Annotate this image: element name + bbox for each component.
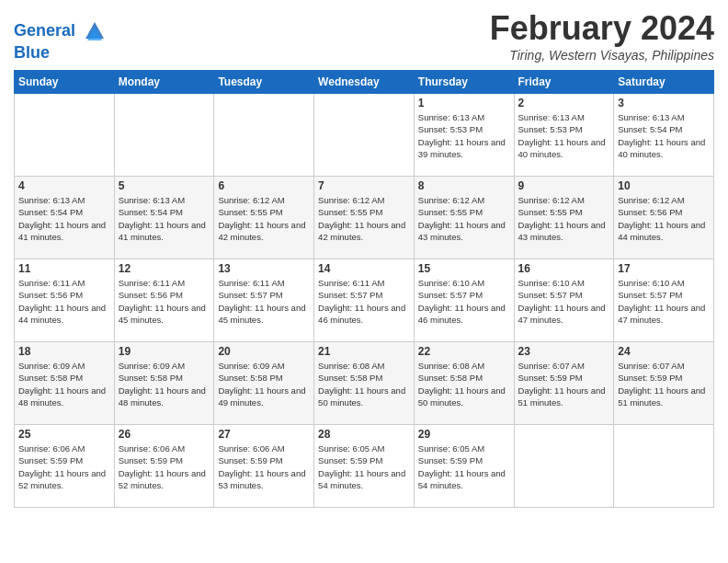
day-info: Sunrise: 6:07 AMSunset: 5:59 PMDaylight:… [518, 360, 610, 408]
day-info: Sunrise: 6:11 AMSunset: 5:56 PMDaylight:… [18, 277, 110, 326]
day-info: Sunrise: 6:05 AMSunset: 5:59 PMDaylight:… [318, 442, 410, 491]
day-info: Sunrise: 6:06 AMSunset: 5:59 PMDaylight:… [218, 442, 310, 491]
calendar-table: SundayMondayTuesdayWednesdayThursdayFrid… [14, 70, 714, 508]
calendar-cell: 27Sunrise: 6:06 AMSunset: 5:59 PMDayligh… [214, 425, 314, 508]
calendar-cell: 29Sunrise: 6:05 AMSunset: 5:59 PMDayligh… [414, 425, 514, 508]
calendar-cell: 24Sunrise: 6:07 AMSunset: 5:59 PMDayligh… [614, 342, 714, 425]
weekday-header-friday: Friday [514, 71, 614, 94]
day-number: 2 [518, 97, 610, 109]
calendar-cell: 14Sunrise: 6:11 AMSunset: 5:57 PMDayligh… [314, 259, 415, 342]
day-info: Sunrise: 6:13 AMSunset: 5:53 PMDaylight:… [518, 111, 610, 160]
day-info: Sunrise: 6:13 AMSunset: 5:53 PMDaylight:… [418, 111, 510, 160]
day-info: Sunrise: 6:11 AMSunset: 5:57 PMDaylight:… [218, 277, 310, 326]
calendar-cell: 4Sunrise: 6:13 AMSunset: 5:54 PMDaylight… [15, 177, 115, 259]
day-number: 18 [18, 345, 110, 358]
logo: General Blue [14, 18, 108, 63]
calendar-cell: 17Sunrise: 6:10 AMSunset: 5:57 PMDayligh… [614, 259, 714, 342]
calendar-cell: 19Sunrise: 6:09 AMSunset: 5:58 PMDayligh… [114, 342, 214, 425]
weekday-header-monday: Monday [114, 71, 214, 94]
day-number: 25 [18, 428, 110, 441]
day-info: Sunrise: 6:11 AMSunset: 5:57 PMDaylight:… [318, 277, 410, 326]
day-info: Sunrise: 6:09 AMSunset: 5:58 PMDaylight:… [18, 360, 110, 408]
day-number: 4 [18, 179, 110, 192]
week-row-3: 18Sunrise: 6:09 AMSunset: 5:58 PMDayligh… [15, 342, 714, 425]
weekday-header-sunday: Sunday [15, 71, 115, 94]
calendar-cell: 11Sunrise: 6:11 AMSunset: 5:56 PMDayligh… [15, 259, 115, 342]
calendar-cell: 26Sunrise: 6:06 AMSunset: 5:59 PMDayligh… [114, 425, 214, 508]
day-number: 17 [618, 262, 710, 275]
calendar-cell: 8Sunrise: 6:12 AMSunset: 5:55 PMDaylight… [414, 177, 514, 259]
day-number: 27 [218, 428, 310, 441]
day-info: Sunrise: 6:10 AMSunset: 5:57 PMDaylight:… [418, 277, 510, 326]
day-number: 6 [218, 179, 310, 192]
calendar-cell [15, 94, 115, 177]
weekday-header-tuesday: Tuesday [214, 71, 314, 94]
day-number: 3 [618, 97, 710, 109]
calendar-cell [214, 94, 314, 177]
weekday-header-saturday: Saturday [614, 71, 714, 94]
day-number: 14 [318, 262, 410, 275]
weekday-header-row: SundayMondayTuesdayWednesdayThursdayFrid… [15, 71, 714, 94]
day-number: 7 [318, 179, 410, 192]
calendar-cell [314, 94, 415, 177]
day-info: Sunrise: 6:09 AMSunset: 5:58 PMDaylight:… [218, 360, 310, 408]
day-number: 19 [119, 345, 210, 358]
day-number: 20 [218, 345, 310, 358]
day-number: 11 [18, 262, 110, 275]
day-number: 8 [418, 179, 510, 192]
day-info: Sunrise: 6:08 AMSunset: 5:58 PMDaylight:… [318, 360, 410, 408]
day-number: 26 [119, 428, 210, 441]
logo-line2: Blue [14, 44, 108, 63]
day-number: 16 [518, 262, 610, 275]
title-block: February 2024 Tiring, Western Visayas, P… [490, 9, 714, 63]
calendar-cell: 6Sunrise: 6:12 AMSunset: 5:55 PMDaylight… [214, 177, 314, 259]
week-row-1: 4Sunrise: 6:13 AMSunset: 5:54 PMDaylight… [15, 177, 714, 259]
calendar-cell [614, 425, 714, 508]
day-number: 29 [418, 428, 510, 441]
logo-icon [82, 18, 108, 44]
calendar-header: SundayMondayTuesdayWednesdayThursdayFrid… [15, 71, 714, 94]
calendar-cell: 10Sunrise: 6:12 AMSunset: 5:56 PMDayligh… [614, 177, 714, 259]
day-info: Sunrise: 6:08 AMSunset: 5:58 PMDaylight:… [418, 360, 510, 408]
day-number: 15 [418, 262, 510, 275]
calendar-cell: 2Sunrise: 6:13 AMSunset: 5:53 PMDaylight… [514, 94, 614, 177]
calendar-cell: 20Sunrise: 6:09 AMSunset: 5:58 PMDayligh… [214, 342, 314, 425]
day-info: Sunrise: 6:12 AMSunset: 5:56 PMDaylight:… [618, 194, 710, 243]
calendar-cell: 9Sunrise: 6:12 AMSunset: 5:55 PMDaylight… [514, 177, 614, 259]
calendar-cell: 18Sunrise: 6:09 AMSunset: 5:58 PMDayligh… [15, 342, 115, 425]
logo-text: General [14, 18, 108, 44]
day-info: Sunrise: 6:12 AMSunset: 5:55 PMDaylight:… [218, 194, 310, 243]
day-number: 24 [618, 345, 710, 358]
day-info: Sunrise: 6:07 AMSunset: 5:59 PMDaylight:… [618, 360, 710, 408]
location: Tiring, Western Visayas, Philippines [490, 48, 714, 63]
day-info: Sunrise: 6:13 AMSunset: 5:54 PMDaylight:… [18, 194, 110, 243]
day-info: Sunrise: 6:13 AMSunset: 5:54 PMDaylight:… [618, 111, 710, 160]
calendar-cell: 13Sunrise: 6:11 AMSunset: 5:57 PMDayligh… [214, 259, 314, 342]
day-info: Sunrise: 6:12 AMSunset: 5:55 PMDaylight:… [518, 194, 610, 243]
calendar-cell: 7Sunrise: 6:12 AMSunset: 5:55 PMDaylight… [314, 177, 415, 259]
calendar-cell: 16Sunrise: 6:10 AMSunset: 5:57 PMDayligh… [514, 259, 614, 342]
calendar-cell: 5Sunrise: 6:13 AMSunset: 5:54 PMDaylight… [114, 177, 214, 259]
day-number: 21 [318, 345, 410, 358]
calendar-cell: 21Sunrise: 6:08 AMSunset: 5:58 PMDayligh… [314, 342, 415, 425]
day-info: Sunrise: 6:10 AMSunset: 5:57 PMDaylight:… [618, 277, 710, 326]
calendar-cell: 23Sunrise: 6:07 AMSunset: 5:59 PMDayligh… [514, 342, 614, 425]
day-info: Sunrise: 6:13 AMSunset: 5:54 PMDaylight:… [119, 194, 210, 243]
day-number: 5 [119, 179, 210, 192]
calendar-cell: 28Sunrise: 6:05 AMSunset: 5:59 PMDayligh… [314, 425, 415, 508]
calendar-cell: 15Sunrise: 6:10 AMSunset: 5:57 PMDayligh… [414, 259, 514, 342]
weekday-header-wednesday: Wednesday [314, 71, 415, 94]
calendar-cell [114, 94, 214, 177]
calendar-cell: 22Sunrise: 6:08 AMSunset: 5:58 PMDayligh… [414, 342, 514, 425]
day-info: Sunrise: 6:10 AMSunset: 5:57 PMDaylight:… [518, 277, 610, 326]
day-info: Sunrise: 6:05 AMSunset: 5:59 PMDaylight:… [418, 442, 510, 491]
day-info: Sunrise: 6:09 AMSunset: 5:58 PMDaylight:… [119, 360, 210, 408]
day-info: Sunrise: 6:11 AMSunset: 5:56 PMDaylight:… [119, 277, 210, 326]
calendar-cell: 12Sunrise: 6:11 AMSunset: 5:56 PMDayligh… [114, 259, 214, 342]
weekday-header-thursday: Thursday [414, 71, 514, 94]
page-header: General Blue February 2024 Tiring, Weste… [14, 9, 714, 63]
calendar-cell: 3Sunrise: 6:13 AMSunset: 5:54 PMDaylight… [614, 94, 714, 177]
week-row-2: 11Sunrise: 6:11 AMSunset: 5:56 PMDayligh… [15, 259, 714, 342]
calendar-cell: 1Sunrise: 6:13 AMSunset: 5:53 PMDaylight… [414, 94, 514, 177]
day-number: 28 [318, 428, 410, 441]
